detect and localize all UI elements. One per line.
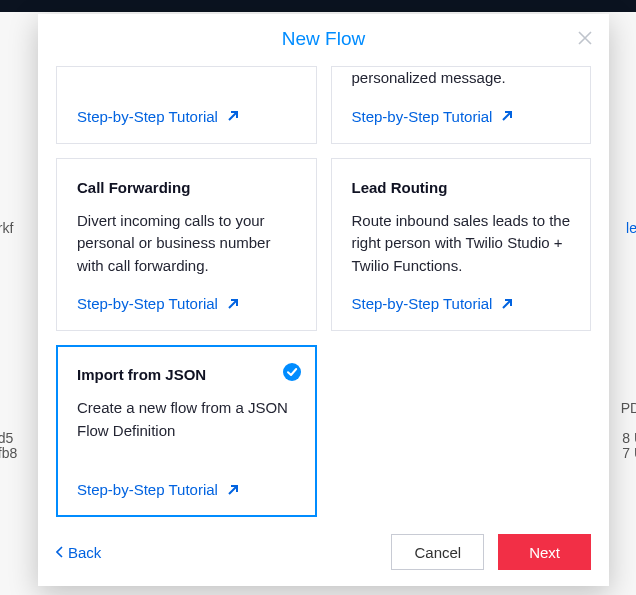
tutorial-link[interactable]: Step-by-Step Tutorial (77, 108, 296, 125)
tutorial-label: Step-by-Step Tutorial (352, 108, 493, 125)
back-label: Back (68, 544, 101, 561)
selected-check-icon (283, 363, 301, 381)
bg-text: 7d5 (0, 430, 13, 446)
tutorial-label: Step-by-Step Tutorial (77, 481, 218, 498)
template-card-lead-routing[interactable]: Lead Routing Route inbound sales leads t… (331, 158, 592, 332)
next-button[interactable]: Next (498, 534, 591, 570)
modal-title: New Flow (38, 28, 609, 50)
tutorial-link[interactable]: Step-by-Step Tutorial (77, 481, 296, 498)
tutorial-link[interactable]: Step-by-Step Tutorial (352, 108, 571, 125)
tutorial-label: Step-by-Step Tutorial (77, 295, 218, 312)
external-arrow-icon (500, 109, 514, 123)
bg-text: PD. (621, 400, 636, 416)
external-arrow-icon (500, 297, 514, 311)
modal-header: New Flow (38, 14, 609, 66)
modal-footer: Back Cancel Next (38, 520, 609, 586)
empty-grid-cell (331, 345, 592, 517)
card-description: personalized message. (352, 67, 571, 90)
cancel-button[interactable]: Cancel (391, 534, 484, 570)
template-card-import-json[interactable]: Import from JSON Create a new flow from … (56, 345, 317, 517)
card-title: Import from JSON (77, 366, 296, 383)
card-title: Call Forwarding (77, 179, 296, 196)
template-grid: Step-by-Step Tutorial personalized messa… (56, 66, 591, 517)
bg-text: les (626, 220, 636, 236)
svg-point-0 (283, 363, 301, 381)
tutorial-link[interactable]: Step-by-Step Tutorial (77, 295, 296, 312)
card-description: Create a new flow from a JSON Flow Defin… (77, 397, 296, 463)
tutorial-link[interactable]: Step-by-Step Tutorial (352, 295, 571, 312)
template-card-call-forwarding[interactable]: Call Forwarding Divert incoming calls to… (56, 158, 317, 332)
card-title: Lead Routing (352, 179, 571, 196)
external-arrow-icon (226, 483, 240, 497)
app-topbar (0, 0, 636, 12)
modal-body: Step-by-Step Tutorial personalized messa… (38, 66, 609, 520)
bg-text: 8 U (622, 430, 636, 446)
card-description: Route inbound sales leads to the right p… (352, 210, 571, 278)
bg-text: 7 U (622, 445, 636, 461)
external-arrow-icon (226, 109, 240, 123)
close-button[interactable] (575, 28, 595, 48)
bg-text: orkf (0, 220, 13, 236)
close-icon (578, 31, 592, 45)
back-button[interactable]: Back (56, 544, 101, 561)
new-flow-modal: New Flow Step-by-Step Tutorial personali… (38, 14, 609, 586)
bg-text: 3fb8 (0, 445, 17, 461)
template-card[interactable]: personalized message. Step-by-Step Tutor… (331, 66, 592, 144)
tutorial-label: Step-by-Step Tutorial (77, 108, 218, 125)
template-card[interactable]: Step-by-Step Tutorial (56, 66, 317, 144)
chevron-left-icon (56, 546, 64, 558)
tutorial-label: Step-by-Step Tutorial (352, 295, 493, 312)
external-arrow-icon (226, 297, 240, 311)
card-description (77, 67, 296, 90)
card-description: Divert incoming calls to your personal o… (77, 210, 296, 278)
